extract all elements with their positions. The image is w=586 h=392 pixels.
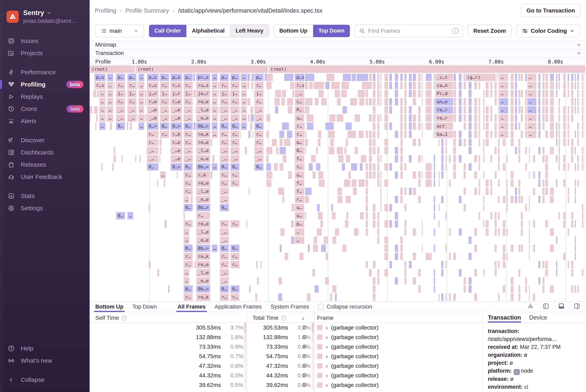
flame-frame[interactable] — [533, 188, 535, 195]
flame-frame[interactable] — [377, 277, 379, 284]
flame-frame[interactable] — [542, 106, 544, 114]
flame-frame[interactable] — [384, 122, 388, 130]
go-to-transaction-button[interactable]: Go to Transaction — [521, 4, 581, 17]
flame-frame[interactable] — [518, 98, 520, 106]
flame-frame[interactable]: 0b…> — [196, 163, 210, 170]
flame-frame[interactable]: … — [184, 228, 189, 236]
flame-frame[interactable]: _l…e — [196, 228, 210, 236]
flame-frame[interactable] — [474, 131, 477, 138]
flame-frame[interactable]: r… — [184, 294, 193, 301]
flame-frame[interactable] — [384, 74, 388, 81]
flame-frame[interactable] — [212, 155, 214, 162]
flame-frame[interactable] — [369, 74, 372, 81]
flame-frame[interactable] — [453, 106, 456, 114]
flame-frame[interactable] — [494, 220, 497, 228]
flame-frame[interactable] — [249, 285, 250, 293]
flame-frame[interactable] — [422, 74, 423, 81]
flame-frame[interactable]: … — [139, 106, 144, 114]
flame-frame[interactable] — [538, 277, 540, 284]
flame-frame[interactable]: … — [527, 82, 536, 89]
flame-frame[interactable] — [468, 90, 471, 97]
flame-frame[interactable]: 0… — [184, 163, 193, 170]
flame-frame[interactable] — [94, 106, 98, 114]
flame-frame[interactable]: r… — [295, 131, 304, 138]
flame-frame[interactable] — [533, 171, 535, 179]
flame-frame[interactable]: p… — [184, 74, 193, 81]
flame-frame[interactable] — [556, 131, 557, 138]
flame-frame[interactable] — [582, 82, 583, 89]
flame-frame[interactable] — [380, 155, 381, 162]
flame-frame[interactable] — [366, 98, 368, 106]
flame-frame[interactable] — [331, 82, 340, 89]
flame-frame[interactable]: _e…e — [196, 155, 210, 162]
flame-frame[interactable] — [316, 163, 320, 170]
flame-frame[interactable] — [464, 163, 466, 170]
flame-frame[interactable]: r… — [231, 253, 239, 260]
flame-frame[interactable]: p… — [220, 74, 229, 81]
flame-frame[interactable] — [542, 74, 544, 81]
flame-frame[interactable] — [441, 261, 443, 268]
flame-frame[interactable]: re…e — [196, 98, 210, 106]
flame-frame[interactable] — [384, 139, 388, 146]
flame-frame[interactable] — [409, 90, 412, 97]
flame-frame[interactable] — [511, 122, 513, 130]
expand-chevron-icon[interactable]: › — [326, 325, 328, 331]
flame-frame[interactable] — [342, 106, 347, 114]
flame-frame[interactable] — [422, 131, 423, 138]
flame-frame[interactable]: 0…> — [147, 122, 158, 130]
flame-frame[interactable]: _e…e — [196, 236, 210, 244]
flame-frame[interactable] — [521, 131, 523, 138]
flame-frame[interactable] — [474, 98, 477, 106]
flame-frame[interactable] — [498, 212, 500, 220]
flame-frame[interactable]: r… — [184, 220, 193, 228]
flame-frame[interactable]: u… — [295, 171, 304, 179]
flame-frame[interactable] — [506, 228, 508, 236]
flame-frame[interactable] — [348, 171, 351, 179]
flame-frame[interactable] — [571, 261, 573, 268]
flame-frame[interactable] — [439, 294, 440, 301]
flame-frame[interactable] — [413, 122, 416, 130]
frame-header[interactable]: Frame — [317, 315, 334, 321]
flame-frame[interactable]: _… — [231, 106, 239, 114]
flame-frame[interactable] — [568, 188, 569, 195]
flame-frame[interactable] — [518, 245, 520, 252]
flame-frame[interactable] — [464, 114, 466, 122]
flame-frame[interactable] — [550, 106, 554, 114]
flame-frame[interactable] — [563, 90, 565, 97]
flame-frame[interactable] — [483, 122, 484, 130]
flame-frame[interactable] — [352, 180, 357, 187]
flame-frame[interactable] — [515, 82, 517, 89]
flame-frame[interactable] — [418, 269, 421, 276]
flame-frame[interactable] — [325, 277, 329, 284]
flame-frame[interactable] — [400, 98, 403, 106]
flame-frame[interactable]: 0b…> — [196, 122, 210, 130]
flame-frame[interactable] — [518, 285, 520, 293]
flame-frame[interactable] — [255, 294, 257, 301]
flame-frame[interactable] — [550, 245, 554, 252]
flame-frame[interactable] — [556, 139, 557, 146]
flame-frame[interactable] — [366, 74, 368, 81]
flame-frame[interactable] — [366, 171, 368, 179]
flame-frame[interactable] — [439, 220, 440, 228]
flame-frame[interactable] — [434, 82, 435, 89]
flame-frame[interactable] — [525, 147, 527, 154]
flame-frame[interactable] — [360, 163, 363, 170]
tab-bottom-up[interactable]: Bottom Up — [95, 302, 123, 312]
flame-frame[interactable]: 0… — [184, 122, 193, 130]
flame-frame[interactable] — [538, 147, 540, 154]
flame-frame[interactable]: 0… — [160, 122, 169, 130]
flame-frame[interactable]: … — [527, 114, 536, 122]
flame-frame[interactable] — [479, 188, 480, 195]
flame-frame[interactable] — [422, 171, 423, 179]
flame-frame[interactable]: … — [107, 82, 113, 89]
flame-frame[interactable] — [521, 212, 523, 220]
flame-frame[interactable]: 0… — [116, 122, 125, 130]
flame-frame[interactable] — [274, 163, 278, 170]
flame-frame[interactable]: r…k — [171, 131, 182, 138]
flame-frame[interactable] — [351, 163, 357, 170]
flame-frame[interactable] — [558, 114, 560, 122]
flame-frame[interactable]: j… — [220, 90, 229, 97]
flame-frame[interactable]: _l…e — [196, 147, 210, 154]
flame-frame[interactable] — [284, 139, 290, 146]
minimap-section-row[interactable]: Minimap — [90, 40, 586, 49]
